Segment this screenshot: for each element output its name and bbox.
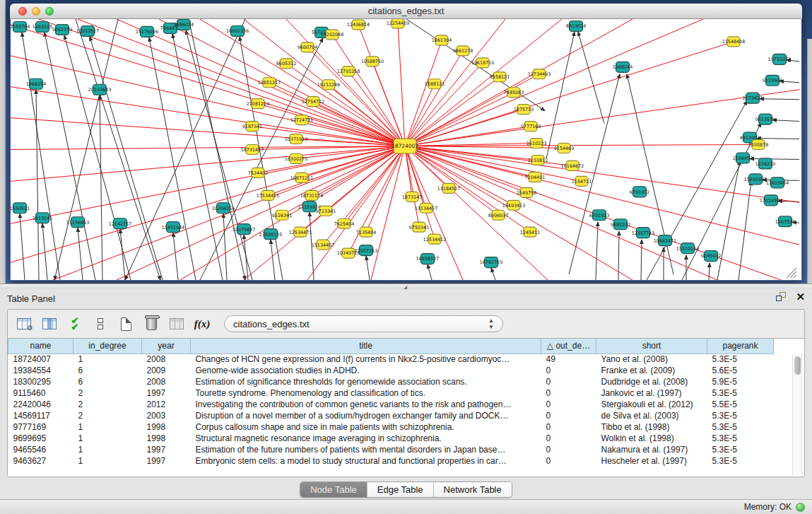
table-cell[interactable]: Wolkin et al. (1998) xyxy=(596,433,707,444)
graph-node[interactable]: 9313579 xyxy=(755,114,775,124)
citation-edge-black[interactable] xyxy=(366,256,370,280)
graph-node[interactable]: 15276096 xyxy=(136,26,158,37)
table-row[interactable]: 946362711997Embryonic stem cells: a mode… xyxy=(8,455,774,467)
table-cell[interactable]: 1 xyxy=(73,444,142,455)
citation-edge-red[interactable] xyxy=(286,19,405,146)
table-row[interactable]: 946554611997Estimation of the future num… xyxy=(8,444,774,455)
table-cell[interactable]: Estimation of significance thresholds fo… xyxy=(191,376,541,387)
graph-node[interactable]: 12534471 xyxy=(289,227,312,237)
graph-node[interactable]: 6791972 xyxy=(630,187,649,197)
table-row[interactable]: 1872400712008Changes of HCN gene express… xyxy=(8,354,774,365)
close-window-button[interactable] xyxy=(18,7,27,16)
network-window-titlebar[interactable]: citations_edges.txt xyxy=(10,4,802,19)
table-cell[interactable]: Hescheler et al. (1997) xyxy=(596,455,707,467)
graph-node[interactable]: 17016504 xyxy=(760,195,782,206)
column-header-short[interactable]: short xyxy=(596,339,707,354)
table-cell[interactable]: Jankovic et al. (1997) xyxy=(596,387,707,399)
column-header-out_de[interactable]: △ out_de… xyxy=(541,339,596,354)
citation-edge-black[interactable] xyxy=(647,101,747,280)
table-cell[interactable]: 5.3E-5 xyxy=(707,387,774,399)
citation-edge-black[interactable] xyxy=(172,34,223,280)
table-cell[interactable]: Tourette syndrome. Phenomenology and cla… xyxy=(191,387,541,399)
table-cell[interactable]: 18300295 xyxy=(8,376,73,387)
graph-node[interactable]: 9558121 xyxy=(490,72,510,82)
graph-node[interactable]: 10053527 xyxy=(76,25,99,36)
table-mode-button[interactable]: ⚙ xyxy=(15,315,33,333)
graph-node[interactable]: 10588750 xyxy=(361,57,384,66)
table-cell[interactable]: 6 xyxy=(73,376,142,387)
table-cell[interactable]: 6 xyxy=(73,365,142,376)
select-rows-button[interactable]: ✔✔ xyxy=(66,315,84,333)
graph-node[interactable]: 12754712 xyxy=(302,97,324,107)
table-scrollbar-thumb[interactable] xyxy=(794,356,801,375)
table-cell[interactable]: 1997 xyxy=(142,387,191,399)
table-cell[interactable]: Genome-wide association studies in ADHD. xyxy=(191,365,541,376)
table-cell[interactable]: 1 xyxy=(73,354,142,365)
column-header-pagerank[interactable]: pagerank xyxy=(707,339,774,354)
new-column-button[interactable] xyxy=(117,315,135,333)
table-cell[interactable]: Changes of HCN gene expression and I(f) … xyxy=(191,354,541,365)
float-panel-icon[interactable] xyxy=(776,292,786,301)
table-cell[interactable]: 9463627 xyxy=(8,455,73,467)
graph-node[interactable]: 2273421 xyxy=(743,93,763,103)
citation-edge-black[interactable] xyxy=(149,37,196,280)
graph-node[interactable]: 1154711 xyxy=(572,176,592,186)
citation-edge-red[interactable] xyxy=(398,23,405,146)
graph-node[interactable]: 1210812 xyxy=(528,155,548,165)
graph-node[interactable]: 9129966 xyxy=(763,75,782,86)
table-cell[interactable]: 0 xyxy=(541,387,596,399)
delete-column-button[interactable] xyxy=(142,315,160,333)
table-selector-dropdown[interactable]: citations_edges.txt ▲▼ xyxy=(224,315,503,332)
citation-edge-black[interactable] xyxy=(709,263,710,280)
graph-node[interactable]: 19751074 xyxy=(768,54,791,64)
table-row[interactable]: 1830029562008Estimation of significance … xyxy=(8,376,774,387)
citation-edge-red[interactable] xyxy=(200,19,405,146)
table-cell[interactable]: 0 xyxy=(541,410,596,421)
column-header-year[interactable]: year xyxy=(142,339,191,354)
tab-edge-table[interactable]: Edge Table xyxy=(367,482,434,497)
graph-node[interactable]: 9777169 xyxy=(521,122,541,132)
graph-node[interactable]: 16902336 xyxy=(226,25,249,36)
graph-node[interactable]: 9861278 xyxy=(453,46,473,56)
network-graph[interactable]: 2055754166310590623791005352715276096796… xyxy=(11,19,801,280)
table-cell[interactable]: 0 xyxy=(541,399,596,410)
graph-node[interactable]: 9226341 xyxy=(272,210,292,220)
graph-node[interactable]: 8996937 xyxy=(488,210,508,220)
table-row[interactable]: 1456911722003Disruption of a novel membe… xyxy=(8,410,774,421)
graph-node[interactable]: 15310234 xyxy=(676,243,699,254)
graph-node[interactable]: 1245411 xyxy=(520,227,540,237)
graph-node[interactable]: 12406814 xyxy=(347,20,370,30)
graph-node[interactable]: 11451944 xyxy=(162,222,184,233)
graph-node[interactable]: 11548408 xyxy=(722,37,745,47)
citation-edge-red[interactable] xyxy=(11,87,405,146)
graph-node[interactable]: 6791923 xyxy=(589,210,609,221)
graph-node[interactable]: 1350511 xyxy=(11,203,30,214)
table-cell[interactable]: 2009 xyxy=(142,365,191,376)
table-cell[interactable]: 5.3E-5 xyxy=(707,433,774,444)
table-cell[interactable]: 5.6E-5 xyxy=(707,365,774,376)
citation-edge-red[interactable] xyxy=(180,146,405,280)
graph-node[interactable]: 15692991 xyxy=(744,174,767,185)
citation-edge-black[interactable] xyxy=(100,95,102,280)
graph-node[interactable]: 1610223 xyxy=(526,139,546,148)
graph-node[interactable]: 9062379 xyxy=(52,24,72,35)
table-cell[interactable]: 5.3E-5 xyxy=(707,354,774,365)
table-cell[interactable]: 2 xyxy=(73,399,142,410)
table-row[interactable]: 2242004622012Investigating the contribut… xyxy=(8,399,774,410)
table-cell[interactable]: Franke et al. (2009) xyxy=(596,365,707,376)
graph-node[interactable]: 16958107 xyxy=(416,254,439,264)
citation-edge-black[interactable] xyxy=(271,240,275,280)
graph-node[interactable]: 2055754 xyxy=(11,21,30,32)
table-cell[interactable]: 19384554 xyxy=(8,365,73,376)
function-builder-button[interactable]: f(x) xyxy=(193,315,211,333)
table-cell[interactable]: 0 xyxy=(541,365,596,376)
citation-edge-black[interactable] xyxy=(772,120,799,122)
table-cell[interactable]: Estimation of the future numbers of pati… xyxy=(191,444,541,455)
graph-node[interactable]: 7135404 xyxy=(356,227,376,237)
citation-edge-red[interactable] xyxy=(405,42,734,146)
citation-edge-black[interactable] xyxy=(596,222,598,280)
graph-node[interactable]: 19734493 xyxy=(528,69,551,79)
citation-edge-black[interactable] xyxy=(240,37,283,280)
graph-node[interactable]: 10371923 xyxy=(285,134,307,144)
citation-edge-red[interactable] xyxy=(258,104,405,146)
